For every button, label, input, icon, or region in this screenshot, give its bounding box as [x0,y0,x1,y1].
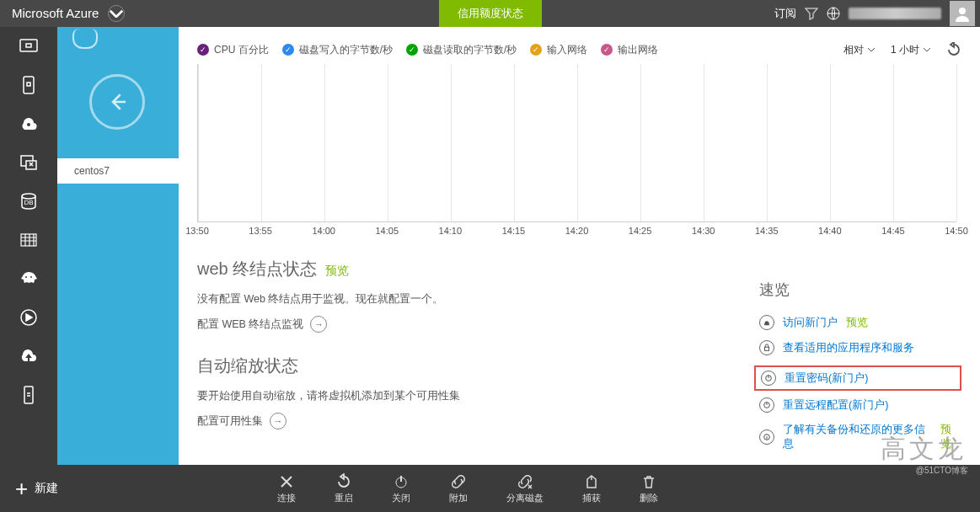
toolbar-attach[interactable]: 附加 [449,473,468,504]
arrow-right-icon: → [270,413,287,429]
configure-web-endpoint-link[interactable]: 配置 WEB 终结点监视 → [197,316,703,333]
toolbar-connect[interactable]: 连接 [277,473,296,504]
check-icon: ✓ [601,44,613,56]
subscribe-link[interactable]: 订阅 [774,6,796,21]
lock-icon [759,340,774,355]
link-text: 重置密码(新门户) [785,371,868,386]
link-text: 了解有关备份和还原的更多信息 [783,423,932,451]
metric-net-out[interactable]: ✓输出网络 [601,43,658,57]
x-tick: 13:55 [249,226,272,236]
refresh-icon[interactable] [946,42,961,57]
header-right: 订阅 [774,1,980,26]
link-text: 查看适用的应用程序和服务 [783,341,914,355]
metric-net-in[interactable]: ✓输入网络 [530,43,587,57]
top-header: Microsoft Azure 信用额度状态 订阅 [0,0,980,27]
quick-link-reset-password[interactable]: 重置密码(新门户) [754,365,961,391]
x-tick: 14:30 [692,226,715,236]
rail-item-5[interactable] [0,221,57,259]
toolbar-restart[interactable]: 重启 [335,473,353,504]
action-label: 删除 [640,492,658,504]
user-avatar[interactable] [950,1,975,26]
check-icon: ✓ [530,44,542,56]
rail-item-6[interactable] [0,259,57,298]
metric-cpu[interactable]: ✓CPU 百分比 [197,43,269,57]
rail-item-1[interactable] [0,66,57,104]
svg-point-12 [25,276,27,278]
svg-point-6 [27,123,30,126]
brand-text: Microsoft Azure [12,6,99,20]
x-tick: 14:10 [439,226,463,236]
preview-badge: 预览 [940,423,961,451]
toolbar-actions: 连接重启关闭附加分离磁盘捕获删除 [73,473,862,504]
rail-item-9[interactable] [0,376,57,414]
back-button[interactable] [89,74,145,130]
teal-top-icon [72,29,98,49]
svg-point-13 [30,276,32,278]
plus-icon: + [15,476,28,502]
x-tick: 14:05 [375,226,399,236]
quick-link-apps[interactable]: 查看适用的应用程序和服务 [759,340,961,355]
brand-chevron-icon[interactable] [108,5,125,22]
toolbar-detach-disk[interactable]: 分离磁盘 [506,473,544,504]
quick-link-reset-remote[interactable]: 重置远程配置(新门户) [759,397,961,413]
x-tick: 14:35 [755,226,779,236]
power-icon [759,397,774,413]
rail-item-4[interactable]: DB [0,182,57,221]
rail-item-3[interactable] [0,143,57,182]
check-icon: ✓ [282,44,294,56]
preview-badge: 预览 [325,264,349,277]
quick-link-backup-info[interactable]: 了解有关备份和还原的更多信息 预览 [759,423,961,451]
check-icon: ✓ [197,44,209,56]
preview-badge: 预览 [846,316,868,330]
quick-link-new-portal[interactable]: 访问新门户 预览 [759,315,961,330]
x-tick: 14:40 [818,226,842,236]
rail-item-8[interactable] [0,337,57,376]
x-tick: 14:20 [565,226,589,236]
rail-item-7[interactable] [0,298,57,337]
metrics-controls: 相对 1 小时 [843,42,961,57]
svg-rect-5 [27,83,30,86]
metric-label: 输入网络 [547,43,587,57]
rail-item-2[interactable] [0,104,57,143]
main-content: ✓CPU 百分比 ✓磁盘写入的字节数/秒 ✓磁盘读取的字节数/秒 ✓输入网络 ✓… [179,27,980,465]
brand[interactable]: Microsoft Azure [0,5,137,22]
link-text: 配置 WEB 终结点监视 [197,317,303,332]
cloud-icon [759,315,774,330]
x-tick: 14:00 [312,226,335,236]
x-tick: 14:45 [881,226,905,236]
bottom-toolbar: + 新建 连接重启关闭附加分离磁盘捕获删除 [0,465,980,512]
toolbar-delete[interactable]: 删除 [640,473,658,504]
check-icon: ✓ [406,44,418,56]
x-tick: 14:50 [945,226,968,236]
toolbar-shutdown[interactable]: 关闭 [392,473,410,504]
secondary-nav: centos7 [57,27,179,465]
svg-text:DB: DB [24,199,33,206]
range-mode-label: 相对 [843,43,864,57]
web-endpoint-body: 没有配置 Web 终结点用于监视。现在就配置一个。 [197,291,703,307]
metric-label: CPU 百分比 [214,43,269,57]
metric-disk-write[interactable]: ✓磁盘写入的字节数/秒 [282,43,393,57]
credit-status-button[interactable]: 信用额度状态 [439,0,542,27]
range-mode-dropdown[interactable]: 相对 [843,43,876,57]
info-icon [759,429,774,445]
quick-title: 速览 [759,280,961,300]
range-value-dropdown[interactable]: 1 小时 [891,43,931,57]
quick-glance: 速览 访问新门户 预览 查看适用的应用程序和服务 重置密码(新门户) 重置远程配… [759,280,961,461]
vm-tab-centos7[interactable]: centos7 [57,158,190,184]
toolbar-capture[interactable]: 捕获 [582,473,601,504]
metrics-chart[interactable] [197,64,956,222]
globe-icon[interactable] [827,7,840,20]
filter-icon[interactable] [805,7,818,20]
new-label: 新建 [35,481,58,496]
action-label: 连接 [277,492,296,504]
rail-item-0[interactable] [0,27,57,66]
action-label: 重启 [335,492,353,504]
metric-disk-read[interactable]: ✓磁盘读取的字节数/秒 [406,43,517,57]
metric-label: 输出网络 [618,43,658,57]
power-icon [761,371,776,386]
new-button[interactable]: + 新建 [0,465,73,512]
metric-label: 磁盘读取的字节数/秒 [423,43,517,57]
configure-availability-set-link[interactable]: 配置可用性集 → [197,413,703,429]
arrow-right-icon: → [310,316,327,333]
svg-rect-2 [20,40,37,51]
